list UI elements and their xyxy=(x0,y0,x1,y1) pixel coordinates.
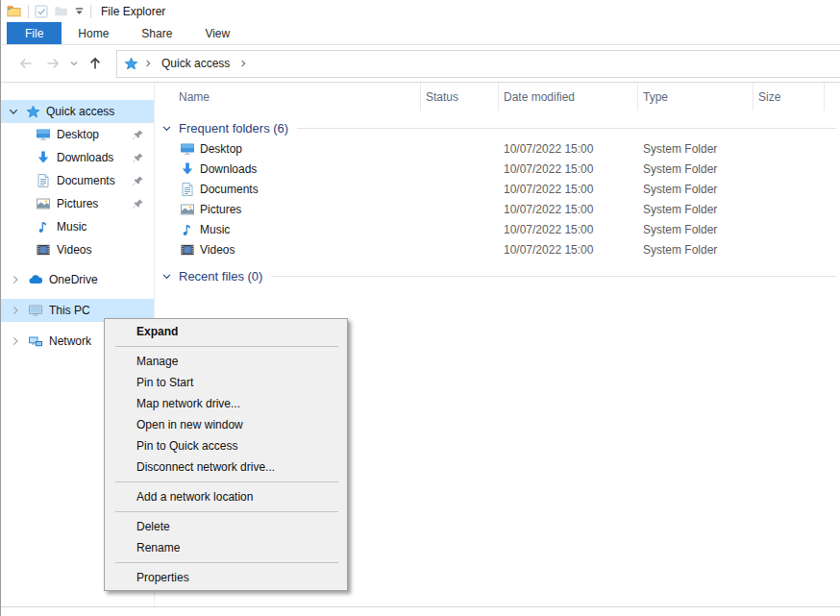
sidebar-item-downloads[interactable]: Downloads xyxy=(1,146,154,169)
chevron-right-icon[interactable] xyxy=(9,273,22,286)
menu-item-expand[interactable]: Expand xyxy=(105,321,347,342)
menu-separator xyxy=(115,481,338,482)
recent-locations-dropdown[interactable] xyxy=(66,50,82,77)
column-header-size[interactable]: Size xyxy=(754,83,825,111)
sidebar-item-music[interactable]: Music xyxy=(1,215,154,238)
group-header-label: Recent files (0) xyxy=(179,269,262,283)
quick-access-star-icon xyxy=(26,105,40,119)
sidebar-label: Downloads xyxy=(57,151,113,164)
chevron-down-icon[interactable] xyxy=(161,270,173,283)
menu-item-add-network-location[interactable]: Add a network location xyxy=(105,486,347,507)
column-header-type[interactable]: Type xyxy=(638,83,754,111)
sidebar-label: Network xyxy=(49,334,91,348)
breadcrumb-chevron-icon[interactable] xyxy=(237,58,249,69)
file-name: Pictures xyxy=(200,203,241,216)
column-header-date-modified[interactable]: Date modified xyxy=(499,83,638,111)
file-date-modified: 10/07/2022 15:00 xyxy=(499,142,638,156)
file-date-modified: 10/07/2022 15:00 xyxy=(499,183,638,196)
navigation-bar: Quick access xyxy=(1,45,840,83)
music-icon xyxy=(36,219,51,234)
titlebar-separator xyxy=(90,5,91,18)
back-button[interactable] xyxy=(12,50,39,77)
menu-item-disconnect-network-drive[interactable]: Disconnect network drive... xyxy=(105,456,347,478)
forward-button[interactable] xyxy=(39,50,66,77)
onedrive-cloud-icon xyxy=(28,272,43,287)
breadcrumb-chevron-icon[interactable] xyxy=(142,58,154,69)
tab-home[interactable]: Home xyxy=(62,22,125,44)
file-type: System Folder xyxy=(638,223,754,236)
pin-icon xyxy=(132,175,144,187)
tab-view[interactable]: View xyxy=(188,22,246,44)
sidebar-item-desktop[interactable]: Desktop xyxy=(1,123,154,146)
downloads-icon xyxy=(36,150,51,165)
pin-icon xyxy=(132,198,144,210)
group-header-label: Frequent folders (6) xyxy=(179,121,288,136)
menu-separator xyxy=(115,511,338,512)
sidebar-label: Desktop xyxy=(57,128,99,141)
group-header-recent-files[interactable]: Recent files (0) xyxy=(155,266,840,286)
group-header-rule xyxy=(271,276,836,277)
file-date-modified: 10/07/2022 15:00 xyxy=(499,223,638,236)
column-headers: Name Status Date modified Type Size xyxy=(155,83,840,111)
file-row-music[interactable]: Music 10/07/2022 15:00 System Folder xyxy=(155,219,840,239)
sidebar-item-onedrive[interactable]: OneDrive xyxy=(1,268,154,291)
file-type: System Folder xyxy=(638,243,754,257)
group-header-frequent-folders[interactable]: Frequent folders (6) xyxy=(155,118,840,138)
address-bar[interactable]: Quick access xyxy=(116,50,840,78)
sidebar-item-documents[interactable]: Documents xyxy=(1,169,154,192)
group-header-rule xyxy=(297,128,836,129)
up-button[interactable] xyxy=(82,50,109,77)
tab-file[interactable]: File xyxy=(7,22,62,44)
menu-item-properties[interactable]: Properties xyxy=(105,567,347,588)
chevron-right-icon[interactable] xyxy=(9,304,22,317)
file-type: System Folder xyxy=(638,142,754,156)
file-type: System Folder xyxy=(638,162,754,176)
quick-access-star-icon xyxy=(124,57,138,71)
sidebar-label: This PC xyxy=(49,304,90,317)
desktop-icon xyxy=(180,141,195,157)
menu-item-open-in-new-window[interactable]: Open in new window xyxy=(105,414,347,435)
file-row-downloads[interactable]: Downloads 10/07/2022 15:00 System Folder xyxy=(155,159,840,179)
sidebar-item-videos[interactable]: Videos xyxy=(1,238,154,261)
sidebar-label: Music xyxy=(57,220,86,234)
pin-icon xyxy=(132,129,144,141)
chevron-right-icon[interactable] xyxy=(9,334,22,348)
sidebar-label: OneDrive xyxy=(49,273,98,286)
file-date-modified: 10/07/2022 15:00 xyxy=(499,243,638,257)
qat-properties-icon[interactable] xyxy=(35,5,48,18)
file-row-pictures[interactable]: Pictures 10/07/2022 15:00 System Folder xyxy=(155,199,840,219)
file-type: System Folder xyxy=(638,183,754,196)
file-name: Documents xyxy=(200,183,259,196)
file-row-desktop[interactable]: Desktop 10/07/2022 15:00 System Folder xyxy=(155,138,840,159)
file-row-videos[interactable]: Videos 10/07/2022 15:00 System Folder xyxy=(155,239,840,259)
downloads-icon xyxy=(180,161,195,177)
sidebar-label: Pictures xyxy=(57,197,98,210)
network-icon xyxy=(28,333,43,349)
pin-icon xyxy=(132,152,144,164)
chevron-down-icon[interactable] xyxy=(161,122,173,135)
menu-item-pin-to-quick-access[interactable]: Pin to Quick access xyxy=(105,435,347,456)
music-icon xyxy=(180,222,195,237)
desktop-icon xyxy=(36,127,51,142)
qat-new-folder-icon[interactable] xyxy=(54,4,68,18)
this-pc-monitor-icon xyxy=(28,303,43,318)
file-type: System Folder xyxy=(638,203,754,216)
file-row-documents[interactable]: Documents 10/07/2022 15:00 System Folder xyxy=(155,179,840,199)
tab-share[interactable]: Share xyxy=(125,22,188,44)
titlebar-separator xyxy=(28,5,29,18)
qat-customize-dropdown-icon[interactable] xyxy=(74,6,85,16)
menu-item-rename[interactable]: Rename xyxy=(105,537,347,558)
breadcrumb-quick-access[interactable]: Quick access xyxy=(158,57,234,70)
menu-item-map-network-drive[interactable]: Map network drive... xyxy=(105,393,347,414)
column-header-name[interactable]: Name xyxy=(155,83,421,111)
chevron-down-icon[interactable] xyxy=(7,105,20,118)
sidebar-label: Documents xyxy=(57,174,115,187)
sidebar-item-pictures[interactable]: Pictures xyxy=(1,192,154,215)
menu-item-manage[interactable]: Manage xyxy=(105,351,347,372)
sidebar-item-quick-access[interactable]: Quick access xyxy=(1,100,154,123)
videos-icon xyxy=(180,242,195,258)
column-header-status[interactable]: Status xyxy=(421,83,499,111)
menu-item-pin-to-start[interactable]: Pin to Start xyxy=(105,372,347,393)
menu-item-delete[interactable]: Delete xyxy=(105,516,347,537)
documents-icon xyxy=(36,173,51,188)
